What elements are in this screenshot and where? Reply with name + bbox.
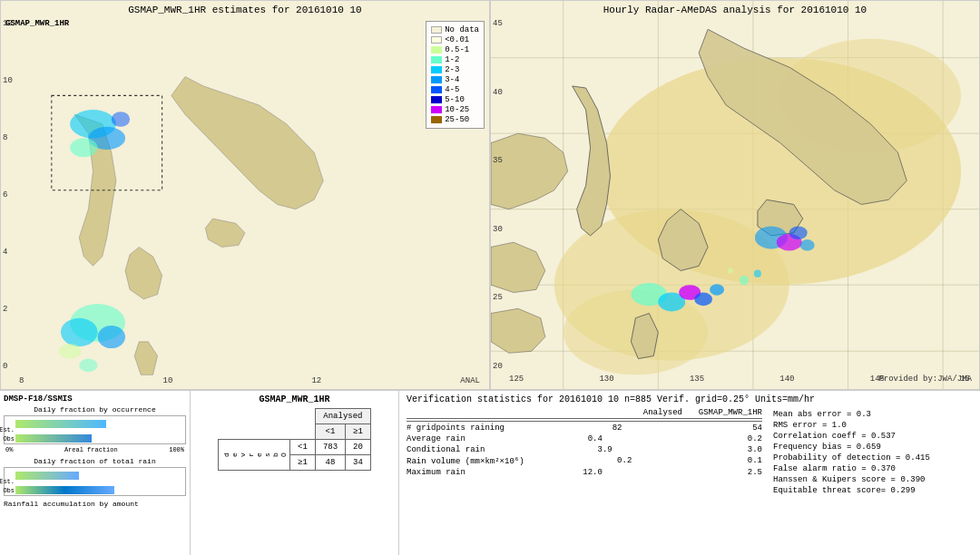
contingency-title: GSMAP_MWR_1HR xyxy=(198,394,391,404)
verification-title: Verification statistics for 20161010 10 … xyxy=(407,394,973,404)
stat-equitable-threat: Equitable threat score= 0.299 xyxy=(773,486,973,495)
stats-gsmap-2: 3.0 xyxy=(690,445,762,454)
right-map-panel: Hourly Radar-AMeDAS analysis for 2016101… xyxy=(490,0,980,390)
x-axis-occurrence: 0% Areal fraction 100% xyxy=(4,446,186,453)
left-map-legend: No data <0.01 0.5-1 1-2 2-3 3-4 4-5 5-10… xyxy=(426,21,485,129)
rain-accum-label: Rainfall accumulation by amount xyxy=(4,500,186,508)
analysed-col-header: Analysed xyxy=(632,408,682,417)
cell-12: 20 xyxy=(346,440,371,455)
right-map-y-axis: 45 40 35 30 25 20 xyxy=(493,19,503,371)
stats-col-headers: Analysed GSMAP_MWR_1HR xyxy=(407,408,762,419)
obs-bar-1 xyxy=(15,434,92,443)
dmsp-section: DMSP-F18/SSMIS Daily fraction by occurre… xyxy=(0,391,191,555)
svg-point-33 xyxy=(789,226,808,239)
stat-prob-detection: Probability of detection = 0.415 xyxy=(773,453,973,462)
row-ge1-header: ≥1 xyxy=(290,455,316,471)
rain-bar-chart: Est. Obs xyxy=(4,467,186,496)
stats-divider xyxy=(407,421,762,422)
left-map-y-axis: 12 10 8 6 4 2 0 xyxy=(3,19,13,371)
obs-bar-2 xyxy=(15,486,114,494)
stats-analysed-4: 12.0 xyxy=(553,468,603,477)
stats-label-2: Conditional rain xyxy=(407,445,485,454)
stat-frequency-bias: Frequency bias = 0.659 xyxy=(773,443,973,452)
stats-row-1: Average rain 0.4 0.2 xyxy=(407,434,762,443)
svg-point-3 xyxy=(70,138,97,157)
svg-point-9 xyxy=(79,359,97,373)
stats-scalar-col: Mean abs error = 0.3 RMS error = 1.0 Cor… xyxy=(773,408,973,497)
est-bar-2 xyxy=(15,472,79,480)
stats-label-0: # gridpoints raining xyxy=(407,424,505,433)
left-map-title: GSMAP_MWR_1HR estimates for 20161010 10 xyxy=(1,5,489,15)
stats-row-0: # gridpoints raining 82 54 xyxy=(407,424,762,433)
verification-section: Verification statistics for 20161010 10 … xyxy=(399,391,980,555)
svg-point-7 xyxy=(98,326,125,348)
stats-table-col: Analysed GSMAP_MWR_1HR # gridpoints rain… xyxy=(407,408,762,497)
stat-correlation-coeff: Correlation coeff = 0.537 xyxy=(773,432,973,441)
left-map-svg xyxy=(1,1,489,389)
occurrence-bar-chart: Est. Obs xyxy=(4,415,186,444)
stats-analysed-2: 3.9 xyxy=(563,445,612,454)
stats-label-4: Maximum rain xyxy=(407,468,466,477)
contingency-table-wrap: Analysed <1 ≥1 Observed <1 783 20 ≥1 4 xyxy=(198,408,391,471)
stats-analysed-0: 82 xyxy=(573,424,622,433)
chart-rain: Daily fraction of total rain Est. Obs xyxy=(4,457,186,496)
contingency-table: Analysed <1 ≥1 Observed <1 783 20 ≥1 4 xyxy=(218,408,371,471)
left-map-panel: GSMAP_MWR_1HR estimates for 20161010 10 … xyxy=(0,0,490,390)
svg-point-35 xyxy=(740,276,749,285)
svg-point-29 xyxy=(694,293,712,307)
right-map-svg xyxy=(491,1,979,389)
stat-hanssen-kuipers: Hanssen & Kuipers score = 0.390 xyxy=(773,475,973,484)
stats-analysed-3: 0.2 xyxy=(582,456,632,466)
row-lt1-header: <1 xyxy=(290,440,316,455)
stat-false-alarm-ratio: False alarm ratio = 0.370 xyxy=(773,464,973,473)
cell-11: 783 xyxy=(315,440,345,455)
gsmap-col-header: GSMAP_MWR_1HR xyxy=(690,408,762,417)
left-map-gsmap-label: GSMAP_MWR_1HR xyxy=(5,19,69,28)
empty-cell xyxy=(219,409,316,440)
stats-columns: Analysed GSMAP_MWR_1HR # gridpoints rain… xyxy=(407,408,973,497)
stats-analysed-1: 0.4 xyxy=(553,434,603,443)
provided-by-label: Provided by:JWA/JMA xyxy=(878,375,972,384)
stats-label-1: Average rain xyxy=(407,434,466,443)
stats-gsmap-4: 2.5 xyxy=(690,468,762,477)
right-map-title: Hourly Radar-AMeDAS analysis for 2016101… xyxy=(491,5,979,15)
col-label-spacer xyxy=(407,408,625,417)
stats-row-2: Conditional rain 3.9 3.0 xyxy=(407,445,762,454)
svg-point-6 xyxy=(61,318,98,346)
stats-row-3: Rain volume (mm×km²×10⁶) 0.2 0.1 xyxy=(407,456,762,466)
col-lt1-header: <1 xyxy=(315,424,345,440)
top-row: GSMAP_MWR_1HR estimates for 20161010 10 … xyxy=(0,0,980,390)
svg-point-37 xyxy=(728,268,733,273)
est-bar-1 xyxy=(15,420,106,428)
bottom-row: DMSP-F18/SSMIS Daily fraction by occurre… xyxy=(0,390,980,555)
svg-point-34 xyxy=(800,239,815,251)
svg-point-30 xyxy=(710,284,724,296)
svg-point-36 xyxy=(754,269,761,277)
obs-label-1: Obs xyxy=(5,434,15,443)
svg-point-4 xyxy=(112,112,130,127)
chart-occurrence-label: Daily fraction by occurrence xyxy=(4,405,186,414)
chart-rain-label: Daily fraction of total rain xyxy=(4,457,186,465)
stat-rms-error: RMS error = 1.0 xyxy=(773,421,973,430)
contingency-section: GSMAP_MWR_1HR Analysed <1 ≥1 Observed <1… xyxy=(191,391,399,555)
obs-label-2: Obs xyxy=(5,486,15,495)
analysed-header: Analysed xyxy=(315,409,370,424)
observed-row-label: Observed xyxy=(219,440,290,471)
stats-label-3: Rain volume (mm×km²×10⁶) xyxy=(407,456,524,466)
stats-gsmap-1: 0.2 xyxy=(690,434,762,443)
stats-gsmap-3: 0.1 xyxy=(690,456,762,466)
stats-row-4: Maximum rain 12.0 2.5 xyxy=(407,468,762,477)
main-container: GSMAP_MWR_1HR estimates for 20161010 10 … xyxy=(0,0,980,555)
svg-point-8 xyxy=(59,344,81,359)
cell-21: 48 xyxy=(315,455,345,471)
chart-occurrence: Daily fraction by occurrence Est. Obs 0%… xyxy=(4,405,186,453)
stat-mean-abs-error: Mean abs error = 0.3 xyxy=(773,410,973,419)
cell-22: 34 xyxy=(346,455,371,471)
col-ge1-header: ≥1 xyxy=(346,424,371,440)
stats-gsmap-0: 54 xyxy=(690,424,762,433)
dmsp-label: DMSP-F18/SSMIS xyxy=(4,394,186,404)
left-map-x-axis: 8 10 12 ANAL xyxy=(19,376,480,385)
